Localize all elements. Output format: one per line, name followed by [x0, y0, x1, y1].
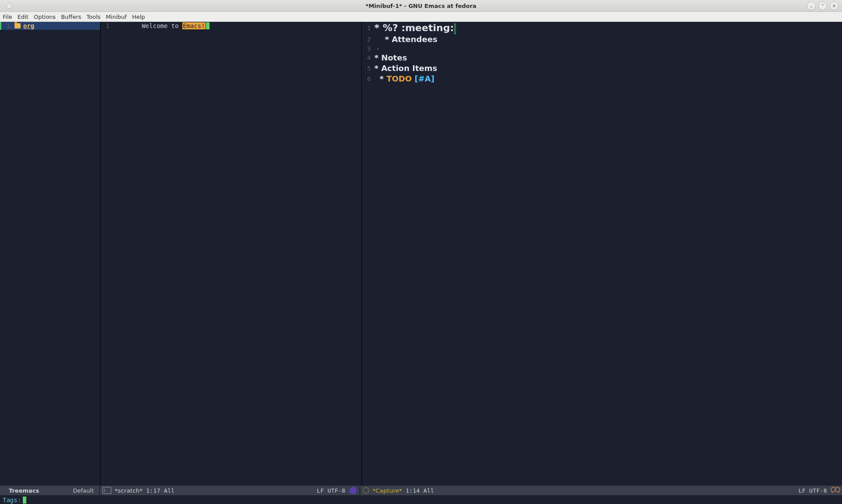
scratch-text-prefix: Welcome to — [142, 22, 182, 29]
modelines: Treemacs Default *scratch* 1:17 All LF U… — [0, 486, 842, 495]
org-heading-notes-text: * Notes — [374, 53, 407, 62]
capture-cursor — [454, 24, 456, 34]
org-todo-keyword: TODO — [387, 74, 412, 83]
treemacs-root-label[interactable]: org — [23, 22, 34, 30]
line-number: 2 — [362, 36, 374, 43]
emacs-lisp-icon — [349, 486, 358, 495]
treemacs-root-row[interactable]: 1 org — [0, 22, 100, 30]
scratch-line-1[interactable]: 1 Welcome to Emacs! — [101, 22, 361, 30]
modeline-capture[interactable]: *Capture* 1:14 All LF UTF-8 — [360, 486, 842, 495]
window-title: *Minibuf-1* - GNU Emacs at fedora — [366, 3, 476, 9]
folder-icon — [14, 23, 21, 28]
modeline-encoding: LF UTF-8 — [799, 487, 827, 494]
line-number: 6 — [362, 75, 374, 82]
menu-help[interactable]: Help — [132, 14, 145, 20]
minibuffer-cursor — [23, 497, 26, 504]
window-titlebar: *Minibuf-1* - GNU Emacs at fedora ⌄ ⌃ × — [0, 0, 842, 12]
menu-file[interactable]: File — [3, 14, 12, 20]
modeline-treemacs[interactable]: Treemacs Default — [0, 486, 100, 495]
org-star: * — [380, 74, 387, 83]
modeline-buffer-name: *Capture* — [373, 487, 402, 494]
scratch-text-highlight: Emacs! — [182, 22, 206, 29]
modeline-modified-icon — [363, 487, 369, 493]
org-heading-2[interactable]: * Attendees — [374, 34, 437, 45]
org-heading-1-text: * %? :meeting: — [374, 22, 454, 33]
modeline-encoding: LF UTF-8 — [317, 487, 345, 494]
modeline-position: 1:14 All — [405, 487, 434, 494]
org-heading-notes[interactable]: * Notes — [374, 53, 407, 63]
capture-line-1[interactable]: 1 * %? :meeting: — [362, 22, 842, 34]
modeline-right-text: Default — [73, 487, 94, 494]
line-number: 1 — [362, 25, 374, 32]
line-number: 4 — [362, 54, 374, 61]
scratch-cursor — [206, 22, 210, 29]
workspace: 1 org 1 Welcome to Emacs! 1 * %? :meetin… — [0, 22, 842, 486]
window-close-button[interactable]: × — [830, 1, 838, 10]
menu-minibuf[interactable]: Minibuf — [106, 14, 127, 20]
minibuffer-prompt: Tags: — [3, 497, 21, 504]
scratch-pane[interactable]: 1 Welcome to Emacs! — [101, 22, 362, 486]
window-buttons: ⌄ ⌃ × — [807, 1, 838, 10]
line-number: 5 — [362, 65, 374, 72]
org-dash-text: - — [376, 45, 380, 52]
org-list-dash[interactable]: - — [374, 45, 380, 53]
line-number: 1 — [1, 22, 13, 30]
scratch-content[interactable]: Welcome to Emacs! — [112, 22, 210, 38]
capture-line-3[interactable]: 3 - — [362, 45, 842, 53]
window-minimize-button[interactable]: ⌄ — [807, 1, 816, 10]
modeline-scratch[interactable]: *scratch* 1:17 All LF UTF-8 — [100, 486, 360, 495]
capture-pane[interactable]: 1 * %? :meeting: 2 * Attendees 3 - 4 — [362, 22, 842, 486]
org-heading-actions[interactable]: * Action Items — [374, 63, 437, 74]
capture-content[interactable]: 1 * %? :meeting: 2 * Attendees 3 - 4 — [362, 22, 842, 84]
capture-line-6[interactable]: 6 * TODO [#A] — [362, 74, 842, 84]
capture-line-2[interactable]: 2 * Attendees — [362, 34, 842, 45]
menu-options[interactable]: Options — [34, 14, 56, 20]
menubar: File Edit Options Buffers Tools Minibuf … — [0, 12, 842, 22]
org-heading-1[interactable]: * %? :meeting: — [374, 22, 456, 34]
line-number: 1 — [101, 22, 112, 30]
modeline-buffer-name: *scratch* — [115, 487, 142, 494]
modeline-buffer-name: Treemacs — [9, 487, 39, 494]
org-heading-2-text: * Attendees — [385, 35, 437, 44]
menu-tools[interactable]: Tools — [86, 14, 100, 20]
capture-line-4[interactable]: 4 * Notes — [362, 53, 842, 63]
org-priority: [#A] — [412, 74, 435, 83]
menu-buffers[interactable]: Buffers — [61, 14, 81, 20]
menu-edit[interactable]: Edit — [18, 14, 28, 20]
org-heading-todo[interactable]: * TODO [#A] — [374, 74, 434, 84]
capture-line-5[interactable]: 5 * Action Items — [362, 63, 842, 74]
line-number: 3 — [362, 45, 374, 52]
window-dot-icon — [6, 3, 12, 9]
minibuffer[interactable]: Tags: — [0, 495, 842, 504]
org-mode-icon — [831, 487, 839, 494]
modeline-position: 1:17 All — [146, 487, 174, 494]
org-heading-actions-text: * Action Items — [374, 64, 437, 73]
modeline-state-icon — [103, 487, 111, 494]
treemacs-pane[interactable]: 1 org — [0, 22, 101, 486]
window-maximize-button[interactable]: ⌃ — [818, 1, 827, 10]
